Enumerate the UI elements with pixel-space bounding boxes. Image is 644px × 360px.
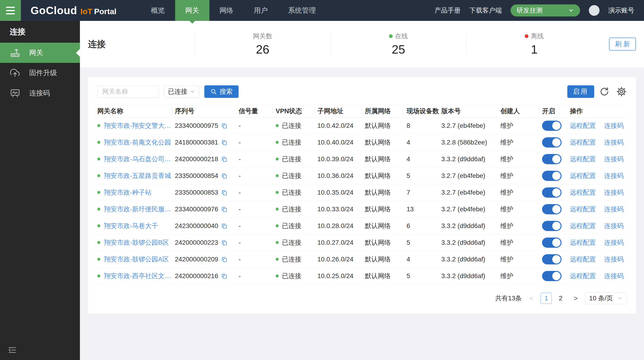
page-number-2[interactable]: 2	[555, 293, 566, 304]
gateway-name-link[interactable]: 翔安市政-五星路贡香城	[104, 171, 171, 180]
action-connect-code[interactable]: 连接码	[604, 238, 624, 247]
gateway-name-link[interactable]: 翔安市政-乌石盘公司北区	[104, 155, 172, 163]
gateway-name-link[interactable]: 翔安市政-鼓锣公园B区	[104, 238, 169, 247]
serial-number: 233400000976	[175, 206, 218, 213]
gateway-name-link[interactable]: 翔安市政-翔安交警大队北侧	[104, 121, 172, 130]
account-name: 演示账号	[608, 6, 634, 15]
nav-tab-system[interactable]: 系统管理	[278, 0, 326, 21]
page-number-1[interactable]: 1	[541, 293, 552, 304]
network-cell: 默认网络	[365, 205, 406, 214]
product-manual-link[interactable]: 产品手册	[434, 6, 460, 15]
network-cell: 默认网络	[365, 188, 406, 197]
copy-icon[interactable]	[221, 139, 228, 146]
action-connect-code[interactable]: 连接码	[604, 222, 624, 230]
device-count-cell: 4	[406, 139, 441, 146]
creator-cell: 维护	[500, 272, 542, 280]
next-page-icon[interactable]: >	[572, 294, 579, 302]
collapse-sidebar-icon[interactable]	[8, 345, 17, 355]
copy-icon[interactable]	[221, 239, 228, 246]
sidebar-item-firmware-upgrade[interactable]: 固件升级	[0, 63, 80, 83]
gateway-name-input[interactable]	[97, 85, 159, 98]
enable-toggle[interactable]	[542, 188, 562, 198]
version-cell: 3.2.7 (eb4febe)	[441, 206, 500, 213]
version-cell: 3.2.7 (eb4febe)	[441, 122, 500, 129]
action-connect-code[interactable]: 连接码	[604, 205, 624, 214]
action-remote-config[interactable]: 远程配置	[570, 255, 596, 264]
creator-cell: 维护	[500, 238, 542, 247]
action-connect-code[interactable]: 连接码	[604, 138, 624, 147]
copy-icon[interactable]	[221, 189, 228, 196]
version-cell: 3.3.2 (d9dd6af)	[441, 239, 500, 246]
nav-tab-overview[interactable]: 概览	[141, 0, 175, 21]
action-remote-config[interactable]: 远程配置	[570, 205, 596, 214]
prev-page-icon[interactable]: <	[528, 294, 535, 302]
download-client-link[interactable]: 下载客户端	[469, 6, 502, 15]
enable-toggle[interactable]	[542, 154, 562, 164]
online-dot-icon	[97, 174, 100, 177]
hamburger-menu-icon[interactable]	[0, 0, 21, 21]
enable-toggle[interactable]	[542, 254, 562, 264]
action-connect-code[interactable]: 连接码	[604, 255, 624, 264]
sidebar-item-connect-code[interactable]: 连接码	[0, 83, 80, 103]
action-remote-config[interactable]: 远程配置	[570, 272, 596, 280]
copy-icon[interactable]	[221, 206, 228, 213]
enable-toggle[interactable]	[542, 221, 562, 231]
action-remote-config[interactable]: 远程配置	[570, 171, 596, 180]
status-filter-select[interactable]: 已连接	[164, 85, 199, 98]
action-connect-code[interactable]: 连接码	[604, 171, 624, 180]
creator-cell: 维护	[500, 138, 542, 147]
gateway-name-link[interactable]: 翔安市政-西亭社区文化广场	[104, 272, 172, 280]
copy-icon[interactable]	[221, 256, 228, 263]
enable-toggle[interactable]	[542, 171, 562, 181]
enable-toggle[interactable]	[542, 204, 562, 214]
action-remote-config[interactable]: 远程配置	[570, 155, 596, 163]
environment-select[interactable]: 研发挂测	[510, 5, 580, 17]
action-remote-config[interactable]: 远程配置	[570, 121, 596, 130]
version-cell: 3.3.2 (d9dd6af)	[441, 256, 500, 263]
nav-tab-network[interactable]: 网络	[210, 0, 244, 21]
sidebar-items: 网关固件升级连接码	[0, 43, 80, 103]
settings-gear-icon[interactable]	[616, 87, 627, 97]
toggle-cell	[542, 221, 570, 231]
action-connect-code[interactable]: 连接码	[604, 121, 624, 130]
online-dot-icon	[276, 241, 279, 244]
gateway-name-link[interactable]: 翔安市政-鼓锣公园A区	[104, 255, 169, 264]
action-connect-code[interactable]: 连接码	[604, 272, 624, 280]
gateway-name-cell: 翔安市政-五星路贡香城	[97, 171, 175, 180]
nav-right: 产品手册 下载客户端 研发挂测 演示账号	[434, 0, 644, 21]
gateway-name-link[interactable]: 翔安市政-前庵文化公园	[104, 138, 171, 147]
copy-icon[interactable]	[221, 223, 228, 229]
copy-icon[interactable]	[221, 172, 228, 179]
nav-tab-user[interactable]: 用户	[244, 0, 278, 21]
enable-toggle[interactable]	[542, 137, 562, 147]
enable-button[interactable]: 启用	[567, 85, 594, 98]
gateway-name-link[interactable]: 翔安市政-新圩便民服务中心	[104, 205, 172, 214]
sidebar-item-gateway[interactable]: 网关	[0, 43, 80, 63]
gateway-name-link[interactable]: 翔安市政-马巷大千	[104, 222, 158, 230]
search-button[interactable]: 搜索	[204, 85, 238, 98]
action-connect-code[interactable]: 连接码	[604, 155, 624, 163]
row-actions: 远程配置连接码···	[570, 171, 627, 180]
column-header: 所属网络	[365, 107, 406, 115]
action-connect-code[interactable]: 连接码	[604, 188, 624, 197]
top-navbar: GoCloud IoT Portal 概览网关网络用户系统管理 产品手册 下载客…	[0, 0, 644, 21]
enable-toggle[interactable]	[542, 238, 562, 248]
enable-toggle[interactable]	[542, 121, 562, 131]
enable-toggle[interactable]	[542, 271, 562, 281]
copy-icon[interactable]	[221, 156, 228, 162]
action-remote-config[interactable]: 远程配置	[570, 238, 596, 247]
action-remote-config[interactable]: 远程配置	[570, 138, 596, 147]
table-row: 翔安市政-五星路贡香城233500000854-已连接10.0.36.0/24默…	[97, 167, 627, 184]
device-count-cell: 5	[406, 272, 441, 280]
action-remote-config[interactable]: 远程配置	[570, 188, 596, 197]
action-remote-config[interactable]: 远程配置	[570, 222, 596, 230]
gateway-name-link[interactable]: 翔安市政-种子站	[104, 188, 152, 197]
page-size-select[interactable]: 10 条/页	[585, 292, 627, 304]
copy-icon[interactable]	[221, 273, 228, 279]
refresh-button[interactable]: 刷 新	[609, 38, 636, 51]
copy-icon[interactable]	[221, 122, 228, 129]
stat-label: 网关数	[253, 32, 272, 41]
nav-tab-gateway[interactable]: 网关	[175, 0, 210, 21]
refresh-icon[interactable]	[599, 87, 610, 97]
avatar[interactable]	[589, 5, 600, 16]
